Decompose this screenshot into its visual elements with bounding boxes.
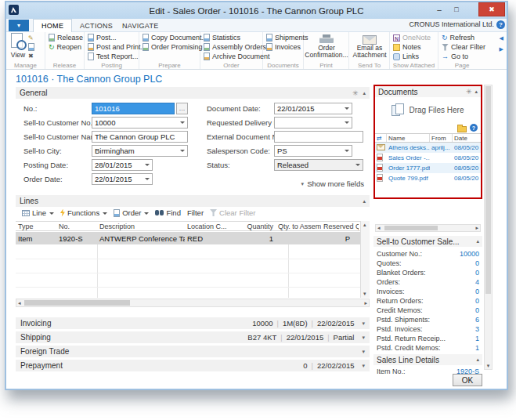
sales-line-details-header[interactable]: Sales Line Details ▴ (373, 354, 482, 365)
collapse-general-icon[interactable]: ▴ (363, 90, 366, 96)
release-button[interactable]: Release (49, 33, 81, 42)
document-date-field[interactable]: 22/01/2015 (274, 103, 352, 114)
collapse-lines-icon[interactable]: ▴ (363, 198, 366, 205)
order-promising-button[interactable]: Order Promising (143, 42, 197, 52)
refresh-button[interactable]: ↻Refresh (442, 33, 483, 42)
filter-button[interactable]: Filter (186, 208, 205, 217)
order-menu-button[interactable]: Order (112, 208, 150, 217)
invoices-button[interactable]: Invoices (266, 42, 301, 52)
help-icon[interactable]: ? (496, 20, 505, 29)
clear-filter-button[interactable]: Clear Filter (442, 42, 483, 52)
status-field[interactable]: Released (274, 159, 363, 171)
field-label: Sell-to City: (23, 147, 62, 155)
shipments-button[interactable]: Shipments (266, 33, 301, 42)
app-menu-button[interactable]: ▾ (9, 20, 29, 31)
document-row[interactable]: Athens desks... aprilj... 08/05/20 (375, 143, 481, 153)
line-menu-button[interactable]: Line (20, 208, 56, 217)
show-more-fields-link[interactable]: ▾ Show more fields (301, 179, 364, 188)
collapse-documents-icon[interactable]: ▴ (475, 89, 478, 95)
ribbon-group-posting: Post... Post and Print... Test Report...… (85, 32, 139, 69)
funnel-icon (442, 44, 449, 51)
gear-icon[interactable]: ✳ (466, 88, 472, 96)
order-confirmation-button[interactable]: Order Confirmation... (307, 33, 346, 60)
documents-horizontal-scrollbar[interactable]: ◂ ▸ (375, 224, 481, 232)
minimize-button[interactable]: – (431, 2, 447, 16)
assist-edit-button[interactable]: … (176, 103, 188, 114)
requested-delivery-date-field[interactable] (274, 117, 352, 129)
lines-section-header[interactable]: Lines ▴ (16, 195, 370, 207)
post-button[interactable]: Post... (88, 33, 136, 42)
ribbon-next-icon[interactable]: ▶ (500, 46, 503, 52)
drilldown-link[interactable]: 0 (475, 306, 479, 314)
tab-actions[interactable]: ACTIONS (72, 19, 121, 32)
view-button[interactable]: View (9, 33, 27, 60)
fasttab-invoicing[interactable]: Invoicing 10000| 1M(8D)| 22/02/2015 ▾ (16, 317, 370, 329)
drilldown-link[interactable]: 0 (475, 297, 479, 305)
collapse-sales-line-details-icon[interactable]: ▴ (476, 357, 479, 363)
notes-button[interactable]: Notes (393, 42, 435, 52)
collapse-customer-sales-icon[interactable]: ▴ (476, 238, 479, 244)
tab-home[interactable]: HOME (33, 19, 72, 32)
lines-table-header[interactable]: Type No. Description Location C... Quant… (16, 221, 360, 231)
close-button[interactable]: ✖ (478, 2, 505, 16)
sell-to-customer-name-field[interactable]: The Cannon Group PLC (92, 131, 188, 143)
drilldown-link[interactable]: 1 (475, 335, 479, 342)
lines-vertical-scrollbar[interactable]: ▴ ▾ (360, 221, 370, 298)
lines-table-row[interactable]: Item 1920-S ANTWERP Conference Table RED… (16, 232, 360, 244)
drag-files-dropzone[interactable]: Drag Files Here (375, 97, 481, 122)
drilldown-link[interactable]: 3 (475, 325, 479, 333)
drilldown-link[interactable]: 0 (475, 288, 479, 295)
document-row[interactable]: Quote 799.pdf 08/05/20 (375, 173, 481, 183)
order-date-field[interactable]: 22/01/2015 (92, 173, 153, 185)
sell-to-customer-no-field[interactable]: 10000 (92, 117, 188, 129)
links-button[interactable]: Links (393, 52, 435, 61)
maximize-button[interactable]: □ (449, 2, 464, 16)
fasttab-shipping[interactable]: Shipping B27 4KT| 22/01/2015| Partial ▾ (16, 331, 370, 343)
clear-filter-button-lines[interactable]: Clear Filter (208, 208, 257, 217)
tab-navigate[interactable]: NAVIGATE (114, 19, 167, 32)
fasttab-foreign-trade[interactable]: Foreign Trade ▾ (16, 346, 370, 357)
documents-table-header[interactable]: ⇄ Name From Date (375, 133, 481, 143)
sell-to-city-field[interactable]: Birmingham (92, 145, 188, 157)
gear-icon[interactable]: ✳ (352, 89, 359, 97)
drilldown-link[interactable]: 1 (475, 344, 479, 352)
general-section-header[interactable]: General ✳ ▴ (16, 87, 370, 99)
find-button[interactable]: Find (153, 208, 182, 217)
drilldown-link[interactable]: 0 (475, 259, 479, 267)
customer-sales-panel-header[interactable]: Sell-to Customer Sale... ▴ (373, 236, 482, 247)
reopen-button[interactable]: ↻Reopen (49, 42, 81, 52)
document-row[interactable]: Sales Order -... 08/05/20 (375, 153, 481, 163)
statistics-button[interactable]: Statistics (204, 33, 260, 42)
posting-date-field[interactable]: 28/01/2015 (92, 159, 153, 171)
onenote-button[interactable]: OneNote (393, 33, 435, 42)
goto-button[interactable]: →Go to (442, 52, 483, 61)
drilldown-link[interactable]: 4 (475, 278, 479, 286)
functions-menu-button[interactable]: Functions (59, 208, 109, 217)
delete-icon[interactable]: ✖ (28, 52, 34, 60)
new-document-icon[interactable] (28, 43, 34, 51)
post-and-print-button[interactable]: Post and Print... (88, 42, 136, 52)
salesperson-code-field[interactable]: PS (274, 145, 352, 157)
ok-button[interactable]: OK (453, 374, 482, 386)
drilldown-link[interactable]: 0 (475, 269, 479, 277)
assembly-orders-button[interactable]: Assembly Orders (204, 42, 260, 52)
archive-document-button[interactable]: Archive Document (204, 52, 260, 61)
test-report-button[interactable]: Test Report... (88, 52, 136, 61)
fasttab-prepayment[interactable]: Prepayment 0| 22/02/2015 ▾ (16, 360, 370, 371)
no-field[interactable]: 101016 (92, 103, 175, 114)
email-as-attachment-button[interactable]: Email as Attachment (352, 33, 387, 60)
field-label: Posting Date: (23, 161, 68, 169)
folder-icon[interactable] (457, 126, 467, 132)
edit-icon[interactable]: ✎ (28, 34, 34, 42)
factbox-vertical-scrollbar[interactable]: ▾ (484, 85, 493, 370)
ribbon-prev-icon[interactable]: ◀ (500, 35, 503, 42)
copy-document-button[interactable]: Copy Document... (143, 33, 197, 42)
external-document-no-field[interactable] (274, 131, 363, 143)
help-icon[interactable]: ? (470, 124, 478, 132)
drilldown-link[interactable]: 6 (475, 316, 479, 324)
drilldown-link[interactable]: 10000 (460, 250, 479, 258)
documents-panel-header[interactable]: Documents ✳ ▴ (375, 86, 481, 97)
invoices-icon (266, 43, 272, 51)
document-row[interactable]: Order 1777.pdf 08/05/20 (375, 163, 481, 173)
lines-horizontal-scrollbar[interactable]: ◂ ▸ (16, 299, 370, 307)
